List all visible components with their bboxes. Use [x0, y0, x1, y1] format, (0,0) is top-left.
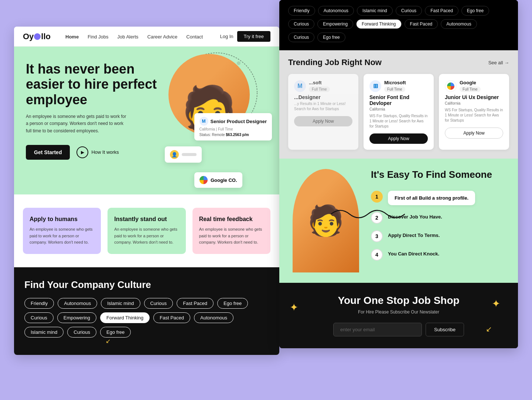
google-job-type: Full Time: [460, 87, 481, 92]
subscribe-row: Subscribe: [290, 323, 508, 336]
job-card-partial: M ...soft Full Time ...Designer ...y Res…: [288, 74, 358, 150]
trending-title: g Job Right Now: [317, 58, 382, 67]
how-it-works-button[interactable]: ▶ How It works: [76, 146, 119, 158]
google-label: Google CO.: [211, 177, 237, 183]
feature-title-1: Apply to humans: [30, 216, 94, 223]
tag-empowering-1[interactable]: Empowering: [57, 312, 96, 323]
tag-autonomous-2[interactable]: Autonomous: [194, 312, 233, 323]
job-card-senior: M Senior Product Designer California | F…: [194, 113, 272, 140]
tag-autonomous-1[interactable]: Autonomous: [58, 298, 97, 309]
tag-egofree-1[interactable]: Ego free: [217, 298, 248, 309]
feature-desc-2: An employee is someone who gets paid to …: [114, 226, 179, 246]
dark-tag-islamic[interactable]: Islamic mind: [357, 6, 393, 16]
tag-fastpaced-1[interactable]: Fast Paced: [177, 298, 214, 309]
culture-title: Find Your Company Culture: [24, 279, 269, 291]
nav-right: Log In Try it free: [220, 31, 270, 42]
try-free-button[interactable]: Try it free: [237, 31, 270, 42]
dark-tag-fastpaced-2[interactable]: Fast Paced: [405, 19, 438, 29]
dark-tag-curious-2[interactable]: Curious: [288, 19, 314, 29]
left-panel: Oy llo Home Find Jobs Job Alerts Career …: [14, 27, 279, 355]
get-started-button[interactable]: Get Started: [26, 145, 70, 160]
tag-forward-thinking-1[interactable]: Forward Thinking: [100, 312, 150, 323]
microsoft-info: Microsoft Full Time: [384, 80, 406, 92]
email-input[interactable]: [333, 323, 422, 336]
job-card-google: Google Full Time Junior Ui Ux Designer C…: [439, 74, 509, 150]
partial-apply-button[interactable]: Apply Now: [294, 116, 352, 126]
nav-item-jobalerts[interactable]: Job Alerts: [117, 33, 139, 40]
tag-curious-3[interactable]: Curious: [67, 327, 96, 338]
google-job-title: Junior Ui Ux Designer: [445, 94, 503, 100]
dark-tag-egofree-2[interactable]: Ego free: [317, 33, 345, 42]
dark-tag-autonomous[interactable]: Autonomous: [318, 6, 354, 16]
google-apply-button[interactable]: Apply Now: [445, 128, 503, 139]
dark-tag-forward-thinking[interactable]: Forward Thinking: [356, 19, 401, 29]
feature-desc-1: An employee is someone who gets paid to …: [30, 226, 94, 246]
nav-link-jobalerts[interactable]: Job Alerts: [117, 34, 139, 40]
nav-item-contact[interactable]: Contact: [186, 33, 203, 40]
trending-header: Trendin g Job Right Now See all →: [288, 58, 509, 67]
dark-tag-fastpaced[interactable]: Fast Paced: [425, 6, 458, 16]
step-item-4: 4 You Can Direct Knock.: [371, 249, 508, 261]
logo-dot: [34, 33, 41, 40]
feature-card-stand-out: Instantly stand out An employee is someo…: [108, 208, 185, 254]
dark-tags-row-2: Curious Empowering Forward Thinking Fast…: [288, 19, 509, 29]
nav-item-home[interactable]: Home: [65, 33, 79, 40]
job-card-status: Status: Remote $63.2563 p/m: [200, 133, 267, 137]
job-card-title: Senior Product Designer: [211, 119, 267, 124]
nav-item-career[interactable]: Career Advice: [147, 33, 178, 40]
job-card-microsoft: ⊞ Microsoft Full Time Senior Font End De…: [364, 74, 434, 150]
trending-title-prefix: Trendin: [288, 58, 317, 67]
feature-card-feedback: Real time feedback An employee is someon…: [192, 208, 270, 254]
tag-curious-2[interactable]: Curious: [24, 312, 54, 323]
shop-subtitle: For Hire Please Subscribe Our Newslater: [290, 309, 508, 315]
easy-section: 🧑 It's Easy To Find Someone 1 First of a…: [279, 159, 518, 283]
tag-curious-1[interactable]: Curious: [144, 298, 173, 309]
google-logo: [445, 80, 457, 92]
dark-tag-curious[interactable]: Curious: [396, 6, 422, 16]
nav-item-findjobs[interactable]: Find Jobs: [88, 33, 108, 40]
nav-links: Home Find Jobs Job Alerts Career Advice …: [65, 33, 220, 40]
dark-tag-autonomous-2[interactable]: Autonomous: [441, 19, 477, 29]
partial-job-type: Full Time: [309, 87, 330, 92]
tag-egofree-2[interactable]: Ego free: [100, 327, 131, 338]
google-g-icon: [447, 82, 454, 90]
avatar-small: 👤: [170, 150, 179, 159]
dark-tag-friendly[interactable]: Friendly: [288, 6, 315, 16]
feature-desc-3: An employee is someone who gets paid to …: [199, 226, 264, 246]
logo-text: Oy: [23, 32, 34, 41]
partial-company-name: ...soft: [309, 80, 330, 85]
step-item-3: 3 Apply Direct To Terms.: [371, 230, 508, 242]
star-decoration-left: ✦: [290, 301, 298, 313]
navbar: Oy llo Home Find Jobs Job Alerts Career …: [14, 27, 279, 47]
subscribe-button[interactable]: Subscribe: [426, 323, 464, 336]
job-cards-row: M ...soft Full Time ...Designer ...y Res…: [288, 74, 509, 150]
partial-job-title: ...Designer: [294, 94, 352, 100]
see-all-link[interactable]: See all →: [488, 60, 509, 65]
microsoft-name: Microsoft: [384, 80, 406, 85]
nav-link-findjobs[interactable]: Find Jobs: [88, 34, 108, 40]
tag-islamic-2[interactable]: Islamic mind: [24, 327, 64, 338]
right-panel: Friendly Autonomous Islamic mind Curious…: [279, 0, 518, 348]
dark-tag-curious-3[interactable]: Curious: [288, 33, 314, 42]
play-icon: ▶: [76, 146, 88, 158]
google-card-header: Google Full Time: [445, 80, 503, 92]
logo-llo: llo: [41, 32, 51, 41]
dark-tag-egofree[interactable]: Ego free: [461, 6, 489, 16]
google-desc: WS For Startups, Quality Results in 1 Mi…: [445, 108, 503, 123]
tag-fastpaced-2[interactable]: Fast Paced: [153, 312, 190, 323]
nav-link-home[interactable]: Home: [65, 34, 79, 40]
loading-bar: [182, 153, 197, 156]
dark-tags-row-1: Friendly Autonomous Islamic mind Curious…: [288, 6, 509, 16]
nav-link-contact[interactable]: Contact: [186, 34, 203, 40]
dark-tag-empowering[interactable]: Empowering: [317, 19, 353, 29]
google-info: Google Full Time: [460, 80, 481, 92]
nav-link-career[interactable]: Career Advice: [147, 34, 178, 40]
tag-islamic-1[interactable]: Islamic mind: [101, 298, 140, 309]
google-card-inner: Google CO.: [200, 176, 237, 184]
microsoft-apply-button[interactable]: Apply Now: [369, 133, 428, 144]
tag-friendly-1[interactable]: Friendly: [24, 298, 54, 309]
login-button[interactable]: Log In: [220, 34, 233, 39]
culture-tags-row-2: Curious Empowering Forward Thinking Fast…: [24, 312, 269, 323]
features-section: Apply to humans An employee is someone w…: [14, 194, 279, 267]
partial-company-info: ...soft Full Time: [309, 80, 330, 92]
